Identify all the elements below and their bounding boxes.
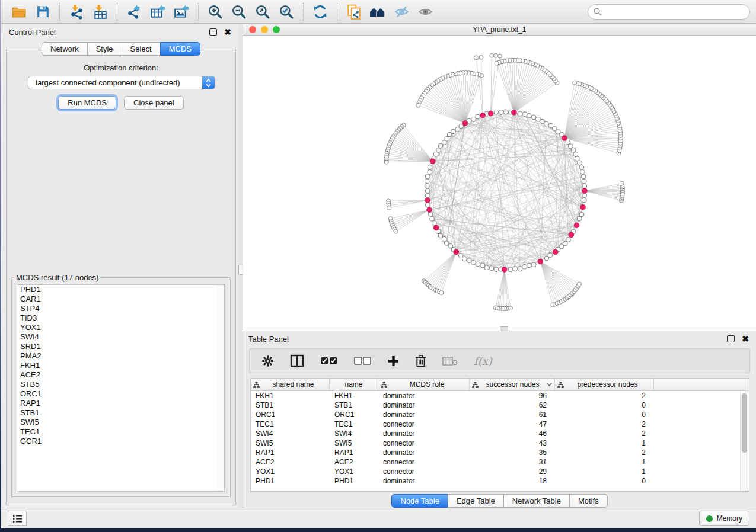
mcds-result-item[interactable]: ACE2 (17, 370, 217, 380)
table-cell: PHD1 (251, 477, 330, 485)
table-cell: 1 (555, 439, 654, 447)
table-row[interactable]: TEC1TEC1connector472 (251, 419, 749, 429)
zoom-selected-button[interactable] (275, 2, 298, 22)
mcds-result-title: MCDS result (17 nodes) (14, 273, 100, 282)
table-row[interactable]: PHD1PHD1dominator180 (251, 476, 749, 486)
delete-column-icon[interactable] (415, 355, 426, 367)
zoom-in-button[interactable] (203, 2, 227, 22)
toolbar-separator (337, 3, 337, 21)
column-header-mcds-role[interactable]: MCDS role (378, 379, 470, 390)
network-title: YPA_prune.txt_1 (473, 25, 527, 34)
tab-network[interactable]: Network (42, 42, 88, 56)
first-neighbors-button[interactable] (366, 2, 390, 22)
column-header-predecessor-nodes[interactable]: predecessor nodes (555, 379, 654, 390)
float-panel-icon[interactable] (727, 335, 735, 342)
network-titlebar: YPA_prune.txt_1 (243, 24, 756, 36)
memory-status-icon (706, 515, 713, 522)
table-row[interactable]: ACE2ACE2connector311 (251, 457, 749, 467)
eye-icon (417, 4, 433, 20)
import-table-button[interactable] (88, 2, 112, 22)
splitter-handle[interactable] (238, 265, 243, 275)
mcds-result-item[interactable]: STB5 (17, 380, 217, 389)
close-window-icon[interactable] (249, 26, 256, 33)
mcds-result-item[interactable]: TID3 (17, 313, 217, 323)
table-row[interactable]: RAP1RAP1dominator352 (251, 448, 749, 457)
tab-mcds[interactable]: MCDS (160, 42, 200, 56)
table-row[interactable]: SWI4SWI4dominator462 (251, 429, 749, 438)
tab-motifs[interactable]: Motifs (569, 494, 608, 508)
maximize-window-icon[interactable] (273, 26, 280, 33)
table-row[interactable]: ORC1ORC1dominator610 (251, 410, 749, 419)
run-mcds-button[interactable]: Run MCDS (58, 96, 116, 110)
float-panel-icon[interactable] (209, 28, 217, 36)
table-row[interactable]: YOX1YOX1connector291 (251, 467, 749, 476)
mcds-result-item[interactable]: TEC1 (17, 427, 217, 437)
tab-node-table[interactable]: Node Table (391, 494, 448, 508)
close-panel-icon[interactable]: ✖ (742, 335, 749, 343)
add-column-icon[interactable] (388, 355, 399, 367)
copy-network-button[interactable] (342, 2, 366, 22)
houses-icon (369, 4, 386, 20)
tab-edge-table[interactable]: Edge Table (448, 494, 504, 508)
mcds-result-item[interactable]: PMA2 (17, 351, 217, 361)
refresh-button[interactable] (308, 2, 332, 22)
optimization-criterion-select[interactable]: largest connected component (undirected) (28, 76, 215, 89)
search-input[interactable] (605, 7, 744, 17)
minimize-window-icon[interactable] (261, 26, 268, 33)
import-network-button[interactable] (65, 2, 88, 22)
mcds-result-item[interactable]: GCR1 (17, 437, 217, 446)
show-panels-button[interactable] (8, 511, 27, 526)
column-header-empty (654, 379, 749, 390)
table-row[interactable]: STB1STB1dominator620 (251, 400, 749, 410)
mcds-result-item[interactable]: SWI4 (17, 332, 217, 342)
export-image-button[interactable] (170, 2, 193, 22)
column-header-successor-nodes[interactable]: successor nodes (470, 379, 555, 390)
cytoscape-window: Control Panel ✖ Network Style Select MCD… (1, 0, 756, 528)
table-cell: ACE2 (251, 458, 330, 466)
mcds-result-item[interactable]: SRD1 (17, 342, 217, 351)
column-header-shared-name[interactable]: shared name (251, 379, 330, 390)
mcds-result-item[interactable]: RAP1 (17, 399, 217, 408)
export-network-button[interactable] (122, 2, 146, 22)
mcds-result-item[interactable]: YOX1 (17, 323, 217, 332)
mcds-result-item[interactable]: ORC1 (17, 389, 217, 399)
table-row[interactable]: SWI5SWI5connector431 (251, 438, 749, 448)
show-all-button[interactable] (413, 2, 437, 22)
table-cell: 47 (470, 420, 555, 428)
mcds-result-item[interactable]: STB1 (17, 408, 217, 418)
table-row[interactable]: FKH1FKH1dominator962 (251, 391, 749, 400)
mcds-result-list: PHD1CAR1STP4TID3YOX1SWI4SRD1PMA2FKH1ACE2… (17, 284, 218, 492)
table-tabs: Node Table Edge Table Network Table Moti… (243, 494, 756, 508)
mcds-result-item[interactable]: FKH1 (17, 361, 217, 370)
open-file-button[interactable] (7, 2, 31, 22)
tab-select[interactable]: Select (122, 42, 161, 56)
table-panel: Table Panel ✖ (243, 331, 756, 508)
select-all-checkboxes-icon[interactable] (320, 356, 338, 366)
tab-network-table[interactable]: Network Table (503, 494, 570, 508)
close-panel-button[interactable]: Close panel (124, 96, 184, 110)
table-scrollbar[interactable] (740, 391, 748, 491)
settings-gear-icon[interactable] (261, 355, 274, 367)
mcds-result-item[interactable]: CAR1 (17, 294, 217, 304)
table-cell: 18 (470, 477, 555, 485)
zoom-out-button[interactable] (227, 2, 251, 22)
memory-button[interactable]: Memory (699, 511, 749, 526)
network-canvas[interactable] (243, 36, 756, 331)
zoom-fit-button[interactable] (251, 2, 275, 22)
table-cell: 2 (555, 448, 654, 457)
column-header-name[interactable]: name (330, 379, 378, 390)
panel-splitter[interactable] (238, 24, 243, 508)
close-panel-icon[interactable]: ✖ (224, 28, 231, 36)
hide-selected-button[interactable] (390, 2, 413, 22)
table-scrollbar-thumb[interactable] (742, 393, 747, 453)
mcds-result-item[interactable]: SWI5 (17, 418, 217, 427)
table-panel-title: Table Panel (243, 335, 289, 344)
mcds-result-item[interactable]: STP4 (17, 304, 217, 313)
export-table-button[interactable] (146, 2, 170, 22)
tab-style[interactable]: Style (87, 42, 122, 56)
deselect-all-checkboxes-icon[interactable] (354, 356, 372, 366)
mcds-list-scrollbar[interactable] (217, 284, 225, 492)
mcds-result-item[interactable]: PHD1 (17, 285, 217, 294)
save-session-button[interactable] (31, 2, 55, 22)
column-visibility-icon[interactable] (290, 354, 304, 367)
